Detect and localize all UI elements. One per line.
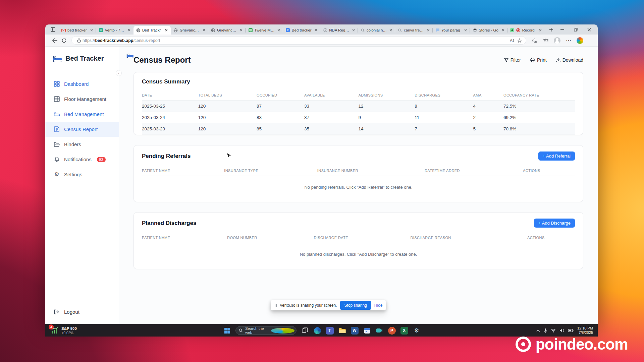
tab-title: Your parag <box>441 28 462 32</box>
new-tab-icon[interactable] <box>547 25 555 34</box>
copilot-icon[interactable] <box>575 36 585 45</box>
table-row[interactable]: 2025-03-251208733128472.5% <box>142 101 575 112</box>
browser-tab[interactable]: Grievance F <box>171 26 208 35</box>
edge-icon[interactable] <box>313 326 321 335</box>
browser-tab[interactable]: V Vento - 7 Ju <box>96 26 133 35</box>
tab-close-icon[interactable] <box>463 28 468 33</box>
excel-icon[interactable]: X <box>400 326 408 335</box>
sidebar-item-notifications[interactable]: Notifications 53 <box>45 152 119 167</box>
chat-icon <box>435 28 440 33</box>
browser-window: bed tracker V Vento - 7 Ju Bed Trackr Gr… <box>45 24 598 324</box>
tab-close-icon[interactable] <box>202 28 206 33</box>
taskview-icon[interactable] <box>301 326 309 335</box>
tab-title: Bed tracker <box>292 28 312 32</box>
minimize-icon[interactable] <box>555 24 569 35</box>
tray-chevron-icon[interactable] <box>536 329 540 332</box>
col-header: OCCUPANCY RATE <box>503 90 575 101</box>
cell: 5 <box>473 123 503 135</box>
browser-tab-active[interactable]: Bed Trackr <box>133 26 171 35</box>
cell: 11 <box>415 112 473 123</box>
sidebar-item-floor-management[interactable]: Floor Management <box>45 92 119 107</box>
close-window-icon[interactable] <box>582 24 596 35</box>
favorites-bar-icon[interactable] <box>541 36 550 45</box>
census-summary-title: Census Summary <box>142 78 190 85</box>
taskbar-center: Search the web T W P X ⚙ <box>223 326 421 335</box>
logout-button[interactable]: Logout <box>45 309 119 315</box>
browser-tab[interactable]: canva free a <box>395 26 432 35</box>
pause-icon[interactable] <box>275 304 277 307</box>
battery-icon[interactable] <box>568 329 574 332</box>
hide-link[interactable]: Hide <box>374 303 383 308</box>
stock-widget[interactable]: 4 S&P 500 +0.02% <box>45 326 129 335</box>
tab-close-icon[interactable] <box>501 28 505 33</box>
restore-icon[interactable] <box>569 24 582 35</box>
empty-state-text: No pending referrals. Click "Add Referra… <box>142 176 575 202</box>
dashboard-icon <box>53 81 60 87</box>
sidebar-item-label: Bed Management <box>64 111 104 117</box>
tab-close-icon[interactable] <box>89 28 94 33</box>
profile-avatar[interactable] <box>552 36 562 45</box>
add-referral-button[interactable]: + Add Referral <box>538 152 575 161</box>
word-icon[interactable]: W <box>351 326 359 335</box>
split-screen-icon[interactable] <box>530 36 539 45</box>
powerpoint-icon[interactable]: P <box>388 326 396 335</box>
more-menu-icon[interactable]: ⋯ <box>564 36 573 45</box>
table-header-row: DATE TOTAL BEDS OCCUPIED AVAILABLE ADMIS… <box>142 90 575 101</box>
teams-icon[interactable]: T <box>326 326 334 335</box>
taskbar-search[interactable]: Search the web <box>235 326 297 335</box>
tab-close-icon[interactable] <box>276 28 281 33</box>
sidebar-item-bed-management[interactable]: Bed Management <box>45 107 119 122</box>
stock-name: S&P 500 <box>61 326 77 331</box>
address-bar[interactable]: https://bed-trackr.web.app/census-report… <box>71 36 526 45</box>
sidebar-item-dashboard[interactable]: Dashboard <box>45 76 119 92</box>
browser-tab[interactable]: Stores - Go <box>470 26 507 35</box>
refresh-icon[interactable] <box>59 36 69 45</box>
read-aloud-icon[interactable]: A <box>508 37 516 44</box>
sidebar-collapse-icon[interactable]: ‹ <box>116 70 122 76</box>
sidebar-nav: Dashboard Floor Management Bed Managemen… <box>45 76 119 182</box>
back-icon[interactable] <box>50 36 59 45</box>
add-discharge-button[interactable]: + Add Discharge <box>534 219 575 228</box>
tab-close-icon[interactable] <box>127 28 131 33</box>
browser-tab[interactable]: Bed tracker <box>283 26 320 35</box>
sidebar-item-settings[interactable]: ⚙ Settings <box>45 167 119 182</box>
col-header: AMA <box>473 90 503 101</box>
sidebar-item-binders[interactable]: Binders <box>45 137 119 152</box>
browser-tab[interactable]: Your parag <box>433 26 470 35</box>
tab-close-icon[interactable] <box>538 28 543 33</box>
tab-close-icon[interactable] <box>388 28 393 33</box>
wifi-icon[interactable] <box>551 329 556 333</box>
browser-tab[interactable]: colonial hea <box>358 26 395 35</box>
filter-button[interactable]: Filter <box>504 57 521 63</box>
browser-tab[interactable]: Twelve Mon <box>246 26 283 35</box>
tab-close-icon[interactable] <box>351 28 356 33</box>
browser-tab[interactable]: bed tracker <box>59 26 96 35</box>
bed-logo-icon <box>53 55 62 62</box>
tab-close-icon[interactable] <box>426 28 431 33</box>
table-row[interactable]: 2025-03-231208535147570.8% <box>142 123 575 135</box>
file-explorer-icon[interactable] <box>338 326 346 335</box>
stop-sharing-button[interactable]: Stop sharing <box>340 301 371 310</box>
start-button[interactable] <box>223 326 231 335</box>
sidebar-item-census-report[interactable]: Census Report <box>45 122 119 137</box>
table-row[interactable]: 2025-03-241208337911269.2% <box>142 112 575 123</box>
camera-icon[interactable] <box>375 326 383 335</box>
tab-close-icon[interactable] <box>164 28 169 33</box>
browser-tab[interactable]: ❖ Record <box>507 26 545 35</box>
tab-close-icon[interactable] <box>239 28 244 33</box>
download-button[interactable]: Download <box>556 57 583 63</box>
microphone-icon[interactable] <box>544 328 547 333</box>
share-message: vento.so is sharing your screen. <box>280 303 337 308</box>
favorite-star-icon[interactable] <box>516 37 523 44</box>
taskbar-clock[interactable]: 12:10 PM 7/8/2025 <box>577 326 593 335</box>
browser-tab[interactable]: NDA Reque <box>320 26 358 35</box>
settings-gear-icon[interactable]: ⚙ <box>413 326 421 335</box>
sidebar-item-label: Binders <box>64 141 81 147</box>
print-button[interactable]: Print <box>530 57 547 63</box>
speaker-icon[interactable] <box>559 328 564 333</box>
tab-search-icon[interactable] <box>49 25 57 34</box>
tab-close-icon[interactable] <box>314 28 318 33</box>
calendar-icon[interactable] <box>363 326 371 335</box>
browser-tab[interactable]: Grievance F <box>208 26 246 35</box>
globe-icon <box>136 28 141 33</box>
